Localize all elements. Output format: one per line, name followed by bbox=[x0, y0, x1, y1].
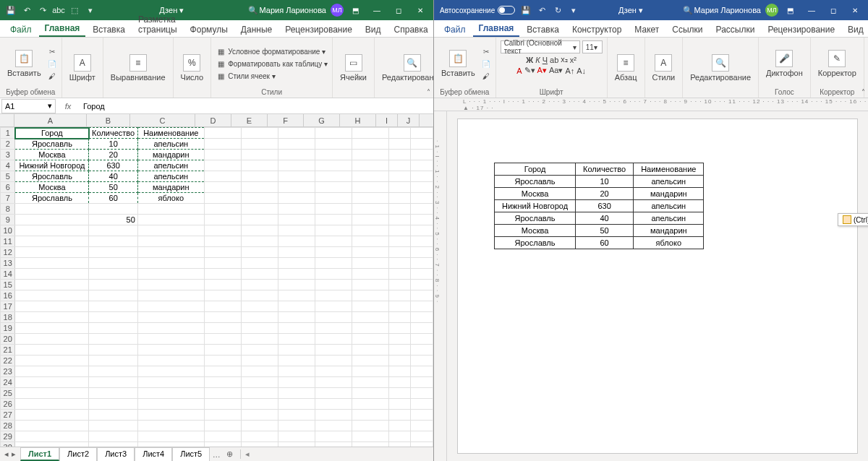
cell[interactable]: Город bbox=[15, 128, 89, 139]
cell[interactable] bbox=[411, 345, 433, 356]
qat-more-icon[interactable]: ▾ bbox=[85, 5, 95, 15]
cell[interactable] bbox=[278, 193, 315, 204]
tab-insert[interactable]: Вставка bbox=[87, 22, 131, 37]
cell[interactable] bbox=[137, 312, 204, 323]
cell[interactable] bbox=[315, 290, 352, 301]
add-sheet-icon[interactable]: ⊕ bbox=[223, 449, 236, 459]
table-cell[interactable]: мандарин bbox=[634, 225, 704, 237]
cell[interactable] bbox=[89, 421, 137, 431]
row-header[interactable]: 1 bbox=[1, 128, 15, 139]
ruler-vertical[interactable]: · 1 · I · · 1 · · 2 · · 3 · · 4 · · 5 · … bbox=[434, 111, 447, 461]
table-cell[interactable]: апельсин bbox=[634, 212, 704, 225]
excel-grid[interactable]: ABCDEFGHIJ 1ГородКоличествоНаименование2… bbox=[0, 114, 433, 447]
cell[interactable] bbox=[241, 225, 278, 236]
cell[interactable] bbox=[388, 356, 411, 366]
cell[interactable] bbox=[89, 290, 137, 301]
cell[interactable] bbox=[388, 182, 411, 193]
cell[interactable] bbox=[15, 247, 89, 258]
cell[interactable] bbox=[388, 399, 411, 410]
cell[interactable] bbox=[315, 399, 352, 410]
cell[interactable] bbox=[388, 377, 411, 388]
cell[interactable] bbox=[241, 388, 278, 399]
cell[interactable] bbox=[204, 345, 241, 356]
cell[interactable] bbox=[352, 215, 388, 225]
cell[interactable] bbox=[204, 171, 241, 182]
cell[interactable] bbox=[204, 290, 241, 301]
table-cell[interactable]: яблоко bbox=[634, 237, 704, 249]
cell[interactable] bbox=[278, 356, 315, 366]
grow-font-button[interactable]: A↑ bbox=[565, 66, 574, 75]
cell[interactable] bbox=[352, 388, 388, 399]
sheet-tab[interactable]: Лист2 bbox=[59, 447, 97, 461]
cell[interactable] bbox=[411, 171, 433, 182]
cell[interactable] bbox=[278, 334, 315, 345]
cell[interactable] bbox=[411, 247, 433, 258]
cell[interactable] bbox=[241, 377, 278, 388]
cell[interactable] bbox=[204, 193, 241, 204]
cell[interactable] bbox=[15, 258, 89, 269]
spellcheck-icon[interactable]: abc bbox=[54, 5, 64, 15]
cell[interactable] bbox=[411, 258, 433, 269]
cell[interactable] bbox=[89, 377, 137, 388]
cell[interactable] bbox=[204, 236, 241, 247]
row-header[interactable]: 24 bbox=[1, 377, 15, 388]
cell[interactable] bbox=[388, 312, 411, 323]
tab-layout[interactable]: Макет bbox=[629, 22, 665, 37]
table-header[interactable]: Город bbox=[495, 163, 576, 176]
col-header-I[interactable]: I bbox=[376, 114, 398, 126]
cell[interactable] bbox=[15, 334, 89, 345]
cell[interactable] bbox=[137, 269, 204, 280]
cell[interactable] bbox=[352, 442, 388, 447]
cell[interactable] bbox=[352, 193, 388, 204]
cell[interactable] bbox=[137, 225, 204, 236]
cell[interactable] bbox=[352, 236, 388, 247]
cell[interactable] bbox=[388, 215, 411, 225]
cell[interactable]: 50 bbox=[89, 182, 137, 193]
tab-review[interactable]: Рецензирование bbox=[762, 22, 841, 37]
avatar[interactable]: МЛ bbox=[331, 4, 344, 17]
cell[interactable] bbox=[411, 366, 433, 377]
table-header[interactable]: Наименование bbox=[634, 163, 704, 176]
cell[interactable] bbox=[352, 334, 388, 345]
cell[interactable] bbox=[89, 442, 137, 447]
toggle-icon[interactable] bbox=[498, 6, 515, 14]
cell[interactable] bbox=[137, 399, 204, 410]
cell[interactable] bbox=[388, 269, 411, 280]
table-cell[interactable]: 40 bbox=[576, 212, 634, 225]
cell[interactable] bbox=[15, 215, 89, 225]
cell[interactable] bbox=[15, 442, 89, 447]
cell[interactable]: Нижний Новгород bbox=[15, 160, 89, 171]
cell[interactable] bbox=[352, 171, 388, 182]
row-header[interactable]: 4 bbox=[1, 160, 15, 171]
cell[interactable] bbox=[278, 323, 315, 334]
sheet-first-icon[interactable]: ◂ bbox=[4, 449, 9, 459]
cell[interactable] bbox=[278, 128, 315, 139]
cell[interactable] bbox=[278, 290, 315, 301]
cell[interactable] bbox=[315, 225, 352, 236]
strike-button[interactable]: ab bbox=[550, 56, 558, 64]
highlight-button[interactable]: ✎▾ bbox=[524, 66, 535, 75]
cell[interactable] bbox=[204, 269, 241, 280]
cell[interactable] bbox=[204, 150, 241, 160]
cell[interactable] bbox=[137, 258, 204, 269]
cell[interactable] bbox=[89, 366, 137, 377]
font-name-select[interactable]: Calibri (Основной текст▾ bbox=[501, 40, 580, 53]
cell[interactable] bbox=[315, 345, 352, 356]
cut-icon[interactable]: ✂ bbox=[481, 46, 491, 56]
cell[interactable] bbox=[315, 301, 352, 312]
cell[interactable] bbox=[89, 334, 137, 345]
cell[interactable] bbox=[411, 399, 433, 410]
bold-button[interactable]: Ж bbox=[526, 56, 533, 64]
cell[interactable] bbox=[352, 269, 388, 280]
chevron-down-icon[interactable]: ▾ bbox=[48, 101, 52, 111]
cell[interactable] bbox=[241, 236, 278, 247]
cell[interactable] bbox=[89, 247, 137, 258]
cell[interactable] bbox=[411, 204, 433, 215]
editing-button[interactable]: 🔍Редактирование bbox=[687, 53, 754, 83]
cell[interactable] bbox=[137, 301, 204, 312]
cell[interactable] bbox=[388, 160, 411, 171]
collapse-ribbon-icon[interactable]: ˄ bbox=[427, 88, 430, 96]
cell[interactable] bbox=[278, 182, 315, 193]
cell[interactable] bbox=[204, 388, 241, 399]
table-cell[interactable]: 50 bbox=[576, 225, 634, 237]
